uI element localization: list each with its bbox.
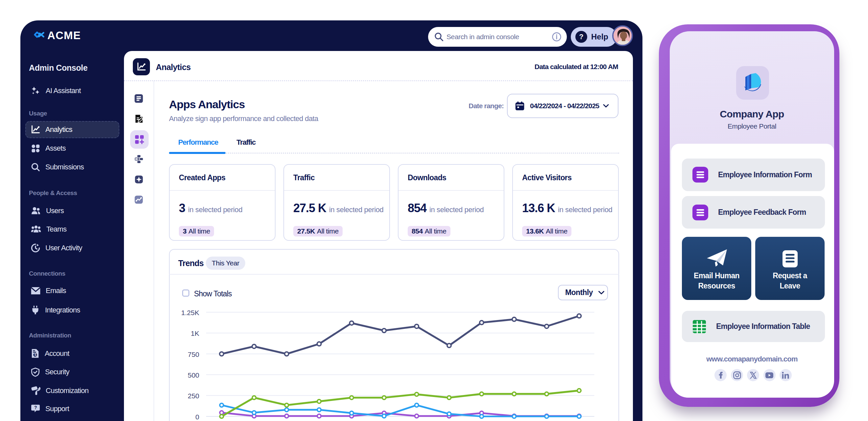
svg-text:?: ? xyxy=(34,405,37,410)
svg-text:0: 0 xyxy=(195,413,199,421)
svg-text:1K: 1K xyxy=(191,330,199,337)
svg-text:250: 250 xyxy=(188,392,199,400)
svg-text:$: $ xyxy=(34,353,36,357)
svg-text:1.25K: 1.25K xyxy=(181,309,199,317)
svg-text:750: 750 xyxy=(188,351,199,358)
svg-text:500: 500 xyxy=(188,371,199,379)
